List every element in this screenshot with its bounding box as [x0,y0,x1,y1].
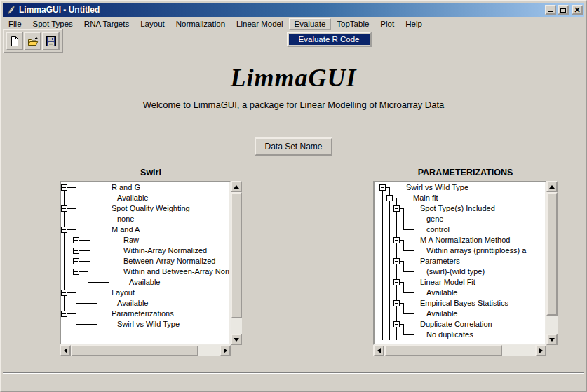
tree-node-label: Available [117,298,148,309]
open-file-button[interactable] [24,32,41,50]
scroll-left-button[interactable] [60,345,71,356]
scroll-down-button[interactable] [546,334,558,345]
tree-node[interactable]: Available [375,309,545,319]
menu-item-normalization[interactable]: Normalization [170,18,231,30]
tree-node-label: R and G [112,182,140,193]
scroll-up-icon [549,185,555,189]
scrollbar-thumb[interactable] [231,192,242,318]
collapse-toggle-icon[interactable] [393,321,400,327]
scroll-left-button[interactable] [373,345,384,356]
titlebar[interactable]: LimmaGUI - Untitled ✕ [3,3,584,17]
tree-node[interactable]: Raw [61,235,229,245]
scrollbar-track[interactable] [71,345,220,356]
tree-node-label: Available [426,288,457,298]
collapse-toggle-icon[interactable] [61,311,67,317]
status-separator [3,372,584,374]
tree-node[interactable]: none [61,214,229,224]
tree-node[interactable]: R and G [61,182,229,193]
close-button[interactable]: ✕ [572,5,583,15]
tree-node[interactable]: Linear Model Fit [375,277,545,288]
collapse-toggle-icon[interactable] [393,258,400,264]
scroll-down-button[interactable] [231,334,242,345]
tree-node[interactable]: Available [375,288,545,298]
scrollbar-track[interactable] [231,192,242,334]
scrollbar-thumb[interactable] [384,345,502,356]
tree-node[interactable]: Available [61,193,229,203]
tree-node[interactable]: Between-Array Normalized [61,256,229,266]
menu-item-plot[interactable]: Plot [375,18,400,30]
menu-item-layout[interactable]: Layout [135,18,170,30]
scroll-up-button[interactable] [546,181,558,192]
expand-toggle-icon[interactable] [73,258,79,264]
swirl-tree[interactable]: R and GAvailableSpot Quality Weightingno… [60,181,231,345]
tree-node[interactable]: Empirical Bayes Statistics [375,298,545,309]
tree-node[interactable]: Spot Quality Weighting [61,203,229,214]
collapse-toggle-icon[interactable] [73,269,79,275]
collapse-toggle-icon[interactable] [393,300,400,306]
tree-node[interactable]: Parameters [375,256,545,266]
scroll-up-button[interactable] [231,181,242,192]
swirl-tree-vertical-scrollbar[interactable] [231,181,242,345]
tree-node[interactable]: control [375,224,545,235]
maximize-button[interactable] [558,5,569,15]
menu-item-linear-model[interactable]: Linear Model [231,18,288,30]
collapse-toggle-icon[interactable] [379,184,386,191]
parameterizations-tree[interactable]: Swirl vs Wild TypeMain fitSpot Type(s) I… [373,181,546,345]
tree-node[interactable]: Duplicate Correlation [375,319,545,330]
right-tree-title: PARAMETERIZATIONS [373,168,558,177]
expand-toggle-icon[interactable] [73,237,79,243]
scrollbar-thumb[interactable] [546,192,558,316]
parameterizations-tree-vertical-scrollbar[interactable] [546,181,558,345]
menu-item-evaluate-r-code[interactable]: Evaluate R Code [289,34,370,45]
scroll-right-button[interactable] [220,345,231,356]
collapse-toggle-icon[interactable] [61,290,67,296]
tree-node[interactable]: Swirl vs Wild Type [61,319,229,330]
tree-node[interactable]: Spot Type(s) Included [375,203,545,214]
tree-node-label: No duplicates [426,330,473,340]
save-button[interactable] [42,32,60,50]
collapse-toggle-icon[interactable] [61,227,67,233]
data-set-name-button[interactable]: Data Set Name [255,137,332,156]
collapse-toggle-icon[interactable] [393,279,400,285]
tree-node[interactable]: Within-Array Normalized [61,245,229,256]
tree-node[interactable]: Available [61,298,229,309]
tree-node-label: Layout [112,288,135,298]
collapse-toggle-icon[interactable] [393,205,400,212]
collapse-toggle-icon[interactable] [386,195,393,201]
swirl-tree-horizontal-scrollbar[interactable] [60,345,231,356]
minimize-button[interactable] [545,5,556,15]
menu-item-spot-types[interactable]: Spot Types [27,18,79,30]
collapse-toggle-icon[interactable] [61,205,67,212]
tree-node[interactable]: (swirl)-(wild type) [375,266,545,277]
menu-item-file[interactable]: File [3,18,27,30]
tree-node[interactable]: Parameterizations [61,309,229,319]
scrollbar-track[interactable] [384,345,535,356]
expand-toggle-icon[interactable] [73,248,79,254]
menu-item-toptable[interactable]: TopTable [331,18,375,30]
tree-node[interactable]: M A Normalization Method [375,235,545,245]
menu-item-help[interactable]: Help [400,18,428,30]
menu-item-evaluate[interactable]: EvaluateEvaluate R Code [289,18,332,30]
new-file-button[interactable] [6,32,23,50]
left-tree-title: Swirl [60,168,242,177]
scrollbar-thumb[interactable] [71,345,198,356]
collapse-toggle-icon[interactable] [393,237,400,243]
open-folder-icon [27,36,39,47]
tree-node[interactable]: M and A [61,224,229,235]
collapse-toggle-icon[interactable] [61,184,67,191]
scrollbar-corner [546,345,558,356]
tree-node[interactable]: Main fit [375,193,545,203]
menu-item-rna-targets[interactable]: RNA Targets [79,18,135,30]
app-feather-icon [6,5,16,15]
scrollbar-track[interactable] [546,192,558,334]
tree-node[interactable]: No duplicates [375,330,545,340]
tree-node[interactable]: Layout [61,288,229,298]
swirl-tree-panel: R and GAvailableSpot Quality Weightingno… [60,181,242,356]
tree-node[interactable]: Within arrays (printtiploess) a [375,245,545,256]
tree-node[interactable]: Available [61,277,229,288]
parameterizations-tree-horizontal-scrollbar[interactable] [373,345,546,356]
scroll-right-button[interactable] [535,345,546,356]
tree-node[interactable]: Swirl vs Wild Type [375,182,545,193]
tree-node[interactable]: Within and Between-Array Norm [61,266,229,277]
tree-node[interactable]: gene [375,214,545,224]
